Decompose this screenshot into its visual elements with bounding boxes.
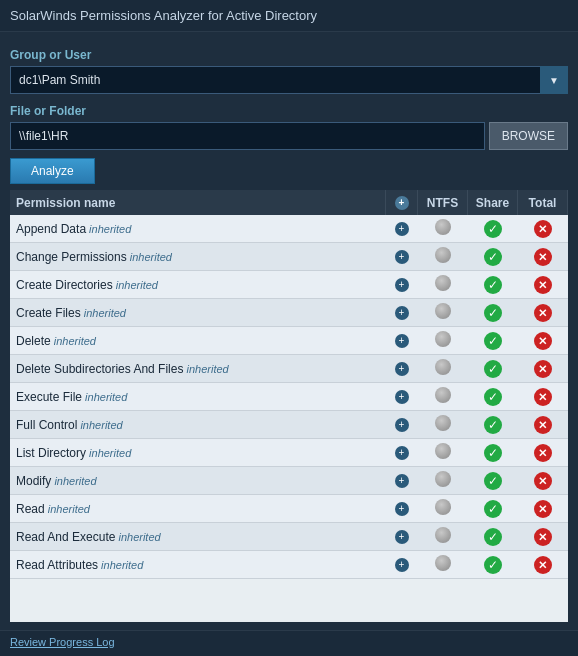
total-cell: ✕ <box>518 243 568 271</box>
title-bar: SolarWinds Permissions Analyzer for Acti… <box>0 0 578 32</box>
bottom-bar: Review Progress Log <box>0 630 578 652</box>
share-cell: ✓ <box>468 355 518 383</box>
table-row: Delete Subdirectories And Files inherite… <box>10 355 568 383</box>
plus-cell[interactable]: + <box>386 523 418 551</box>
plus-cell[interactable]: + <box>386 439 418 467</box>
ntfs-cell <box>418 299 468 327</box>
file-input-row: BROWSE <box>10 122 568 150</box>
file-folder-input[interactable] <box>10 122 485 150</box>
total-cell: ✕ <box>518 299 568 327</box>
analyze-button[interactable]: Analyze <box>10 158 95 184</box>
table-row: Modify inherited+✓✕ <box>10 467 568 495</box>
inherited-label: inherited <box>86 223 131 235</box>
permission-name-text: Full Control <box>16 418 77 432</box>
total-cell: ✕ <box>518 467 568 495</box>
total-x-icon: ✕ <box>534 304 552 322</box>
share-check-icon: ✓ <box>484 500 502 518</box>
permission-name-cell: Change Permissions inherited <box>10 243 386 271</box>
plus-icon[interactable]: + <box>395 222 409 236</box>
permission-name-text: List Directory <box>16 446 86 460</box>
permission-name-cell: Read Attributes inherited <box>10 551 386 579</box>
permission-name-cell: List Directory inherited <box>10 439 386 467</box>
plus-icon[interactable]: + <box>395 334 409 348</box>
col-header-plus[interactable]: + <box>386 190 418 215</box>
plus-icon[interactable]: + <box>395 530 409 544</box>
share-cell: ✓ <box>468 411 518 439</box>
total-cell: ✕ <box>518 383 568 411</box>
review-progress-link[interactable]: Review Progress Log <box>10 636 115 648</box>
plus-cell[interactable]: + <box>386 495 418 523</box>
table-row: Delete inherited+✓✕ <box>10 327 568 355</box>
permission-name-text: Append Data <box>16 222 86 236</box>
total-cell: ✕ <box>518 215 568 243</box>
share-check-icon: ✓ <box>484 388 502 406</box>
plus-cell[interactable]: + <box>386 215 418 243</box>
plus-icon[interactable]: + <box>395 362 409 376</box>
ntfs-cell <box>418 411 468 439</box>
table-row: Create Files inherited+✓✕ <box>10 299 568 327</box>
permission-name-text: Modify <box>16 474 51 488</box>
group-user-input[interactable] <box>10 66 568 94</box>
ntfs-grey-icon <box>435 359 451 375</box>
ntfs-cell <box>418 355 468 383</box>
plus-icon[interactable]: + <box>395 306 409 320</box>
ntfs-cell <box>418 439 468 467</box>
total-x-icon: ✕ <box>534 528 552 546</box>
ntfs-cell <box>418 383 468 411</box>
plus-cell[interactable]: + <box>386 243 418 271</box>
table-row: Create Directories inherited+✓✕ <box>10 271 568 299</box>
plus-icon[interactable]: + <box>395 446 409 460</box>
total-cell: ✕ <box>518 355 568 383</box>
total-x-icon: ✕ <box>534 388 552 406</box>
inherited-label: inherited <box>51 475 96 487</box>
plus-cell[interactable]: + <box>386 327 418 355</box>
plus-icon[interactable]: + <box>395 418 409 432</box>
share-cell: ✓ <box>468 523 518 551</box>
permission-name-text: Read <box>16 502 45 516</box>
total-x-icon: ✕ <box>534 220 552 238</box>
total-x-icon: ✕ <box>534 248 552 266</box>
plus-icon[interactable]: + <box>395 558 409 572</box>
plus-cell[interactable]: + <box>386 355 418 383</box>
plus-icon[interactable]: + <box>395 474 409 488</box>
plus-cell[interactable]: + <box>386 271 418 299</box>
plus-icon[interactable]: + <box>395 502 409 516</box>
share-cell: ✓ <box>468 327 518 355</box>
group-user-dropdown-wrapper[interactable]: ▼ <box>10 66 568 94</box>
share-cell: ✓ <box>468 551 518 579</box>
permission-name-text: Delete <box>16 334 51 348</box>
plus-icon[interactable]: + <box>395 278 409 292</box>
plus-cell[interactable]: + <box>386 383 418 411</box>
header-plus-icon[interactable]: + <box>395 196 409 210</box>
share-cell: ✓ <box>468 383 518 411</box>
plus-cell[interactable]: + <box>386 411 418 439</box>
share-cell: ✓ <box>468 271 518 299</box>
main-content: Group or User ▼ File or Folder BROWSE An… <box>0 32 578 630</box>
permission-name-cell: Execute File inherited <box>10 383 386 411</box>
total-x-icon: ✕ <box>534 444 552 462</box>
total-x-icon: ✕ <box>534 556 552 574</box>
plus-cell[interactable]: + <box>386 299 418 327</box>
plus-cell[interactable]: + <box>386 551 418 579</box>
ntfs-cell <box>418 551 468 579</box>
table-row: List Directory inherited+✓✕ <box>10 439 568 467</box>
ntfs-cell <box>418 495 468 523</box>
total-cell: ✕ <box>518 327 568 355</box>
share-cell: ✓ <box>468 495 518 523</box>
share-check-icon: ✓ <box>484 416 502 434</box>
share-check-icon: ✓ <box>484 472 502 490</box>
plus-cell[interactable]: + <box>386 467 418 495</box>
browse-button[interactable]: BROWSE <box>489 122 568 150</box>
inherited-label: inherited <box>127 251 172 263</box>
permission-name-cell: Append Data inherited <box>10 215 386 243</box>
table-row: Full Control inherited+✓✕ <box>10 411 568 439</box>
share-check-icon: ✓ <box>484 276 502 294</box>
plus-icon[interactable]: + <box>395 390 409 404</box>
ntfs-grey-icon <box>435 415 451 431</box>
plus-icon[interactable]: + <box>395 250 409 264</box>
ntfs-cell <box>418 243 468 271</box>
total-cell: ✕ <box>518 551 568 579</box>
inherited-label: inherited <box>86 447 131 459</box>
inherited-label: inherited <box>51 335 96 347</box>
permission-name-cell: Create Directories inherited <box>10 271 386 299</box>
